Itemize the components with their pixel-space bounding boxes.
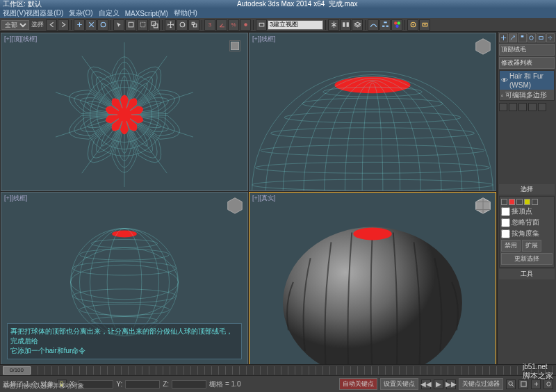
by-angle-checkbox[interactable] [501, 229, 510, 238]
scale-button[interactable] [188, 19, 199, 31]
motion-tab[interactable] [528, 33, 537, 42]
grid-label: 栅格 = 1.0 [209, 379, 240, 389]
rollout-title[interactable]: 工具 [499, 269, 555, 279]
ignore-backfacing-checkbox[interactable] [501, 218, 510, 227]
stack-item[interactable]: 👁Hair 和 Fur (WSM) [500, 71, 554, 90]
set-key-button[interactable]: 设置关键点 [380, 378, 418, 390]
box-icon: ▫ [501, 92, 504, 99]
snap-spinner-button[interactable] [240, 19, 251, 31]
coord-z-input[interactable] [172, 380, 206, 389]
viewcube-icon[interactable] [473, 195, 493, 215]
remove-modifier-button[interactable] [528, 103, 537, 111]
named-selection-input[interactable] [268, 20, 323, 30]
viewport-canvas [250, 193, 496, 365]
viewcube-icon[interactable] [225, 195, 245, 215]
svg-point-30 [252, 179, 493, 190]
menubar[interactable]: 视图(V)视图器显(D) 复杂(O) 自定义 MAXScript(M) 帮助(H… [0, 8, 556, 18]
redo-button[interactable] [58, 19, 69, 31]
svg-point-41 [71, 247, 179, 316]
material-editor-button[interactable] [391, 19, 402, 31]
configure-sets-button[interactable] [538, 103, 546, 111]
svg-rect-54 [521, 35, 523, 38]
hierarchy-tab[interactable] [518, 33, 527, 42]
menu-item[interactable]: 复杂(O) [69, 8, 92, 18]
vertex-subobj-button[interactable] [501, 199, 507, 205]
show-end-result-button[interactable] [509, 103, 517, 111]
unlink-button[interactable] [85, 19, 97, 31]
rotate-button[interactable] [177, 19, 188, 31]
timeline-track[interactable]: 0/100 [3, 366, 553, 375]
menu-item[interactable]: MAXScript(M) [125, 10, 168, 17]
schematic-button[interactable] [379, 19, 391, 31]
select-region-button[interactable] [137, 19, 148, 31]
selection-filter-dropdown[interactable]: 全部 [1, 20, 29, 30]
svg-point-60 [546, 382, 550, 386]
layer-button[interactable] [352, 19, 363, 31]
snap-angle-button[interactable] [216, 19, 227, 31]
create-tab[interactable] [499, 33, 508, 42]
named-selection-button[interactable] [256, 19, 267, 31]
viewport-front[interactable]: [+][线框] [249, 33, 496, 191]
modify-tab[interactable] [509, 33, 518, 42]
element-subobj-button[interactable] [532, 199, 538, 205]
zoom-button[interactable] [506, 379, 516, 389]
play-button[interactable]: ▶ [434, 379, 443, 389]
border-subobj-button[interactable] [516, 199, 523, 205]
bind-button[interactable] [97, 19, 108, 31]
undo-button[interactable] [46, 19, 57, 31]
snap-percent-button[interactable]: % [228, 19, 239, 31]
menu-item[interactable]: 视图(V)视图器显(D) [3, 8, 63, 18]
curve-editor-button[interactable] [368, 19, 379, 31]
viewcube-icon[interactable] [473, 36, 493, 56]
viewcube-icon[interactable] [225, 36, 245, 56]
viewport-label: [+][线框] [252, 35, 275, 44]
utilities-tab[interactable] [546, 33, 555, 42]
menu-item[interactable]: 自定义 [99, 8, 120, 18]
render-setup-button[interactable] [407, 19, 418, 31]
svg-point-27 [117, 108, 131, 122]
edge-subobj-button[interactable] [509, 199, 515, 205]
snap-3d-button[interactable]: 3 [204, 19, 215, 31]
viewport-label: [+][顶][线框] [4, 35, 37, 44]
select-button[interactable] [113, 19, 124, 31]
svg-rect-9 [259, 23, 264, 26]
object-name-field[interactable]: 顶部绒毛 [499, 44, 555, 56]
render-button[interactable] [419, 19, 430, 31]
workspace: [+][顶][线框] [0, 32, 556, 364]
mirror-button[interactable] [328, 19, 339, 31]
rollout-title[interactable]: 选择 [499, 184, 555, 195]
auto-key-button[interactable]: 自动关键点 [339, 378, 377, 390]
time-slider[interactable]: 0/100 [3, 366, 31, 375]
window-crossing-button[interactable] [149, 19, 160, 31]
modifier-stack[interactable]: 👁Hair 和 Fur (WSM) ▫可编辑多边形 [499, 70, 555, 101]
select-name-button[interactable] [125, 19, 136, 31]
poly-subobj-button[interactable] [524, 199, 530, 205]
command-panel-tabs [499, 33, 555, 42]
pin-stack-button[interactable] [499, 103, 507, 111]
svg-point-55 [530, 36, 533, 40]
viewport-left[interactable]: [+][线框] 再把打球体的顶部也分离 [1, 192, 248, 366]
display-tab[interactable] [537, 33, 546, 42]
stack-item[interactable]: ▫可编辑多边形 [500, 90, 554, 101]
by-vertex-checkbox[interactable] [501, 207, 510, 216]
menu-item[interactable]: 帮助(H) [174, 8, 197, 18]
move-button[interactable] [165, 19, 176, 31]
prev-frame-button[interactable]: ◀◀ [421, 379, 431, 389]
grow-button[interactable]: 扩展 [522, 240, 541, 252]
viewport-canvas [250, 33, 496, 190]
make-unique-button[interactable] [518, 103, 527, 111]
svg-point-29 [334, 76, 410, 93]
next-frame-button[interactable]: ▶▶ [446, 379, 456, 389]
svg-rect-12 [384, 22, 386, 23]
align-button[interactable] [340, 19, 351, 31]
modifier-list-dropdown[interactable]: 修改器列表 [499, 57, 555, 69]
viewport-perspective[interactable]: [+][真实] [249, 192, 496, 366]
timeline[interactable]: 0/100 [0, 364, 556, 375]
update-selection-button[interactable]: 更新选择 [501, 253, 553, 265]
coord-y-label: Y: [116, 380, 122, 388]
shrink-button[interactable]: 禁用 [501, 240, 521, 252]
coord-y-input[interactable] [125, 380, 160, 389]
link-button[interactable] [74, 19, 85, 31]
key-filter-button[interactable]: 关键点过滤器 [459, 378, 503, 390]
viewport-top[interactable]: [+][顶][线框] [1, 33, 248, 191]
